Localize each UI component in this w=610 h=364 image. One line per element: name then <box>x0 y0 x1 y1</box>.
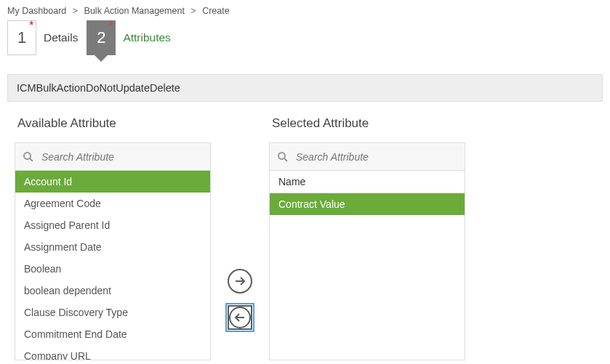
required-asterisk-icon: * <box>30 19 33 31</box>
search-icon <box>23 151 34 163</box>
arrow-left-icon <box>233 311 246 324</box>
svg-line-1 <box>30 158 33 161</box>
list-item[interactable]: Assignment Date <box>15 236 210 258</box>
wizard-steps: 1 * Details 2 * Attributes <box>0 20 610 65</box>
page-title: ICMBulkActionDoNotUpdateDelete <box>17 82 180 94</box>
wizard-step-number: 1 * <box>7 20 36 55</box>
wizard-step-label: Attributes <box>116 31 179 44</box>
selected-list-header: Name <box>270 171 465 193</box>
list-item[interactable]: Assigned Parent Id <box>15 214 210 236</box>
page-title-bar: ICMBulkActionDoNotUpdateDelete <box>7 74 603 102</box>
list-item[interactable]: Account Id <box>15 171 210 193</box>
breadcrumb: My Dashboard > Bulk Action Management > … <box>0 0 610 20</box>
svg-point-4 <box>278 153 285 159</box>
move-left-button[interactable] <box>228 305 252 330</box>
attribute-panels: Available Attribute Account Id Agreement… <box>0 102 610 360</box>
selected-search-wrap <box>269 142 465 170</box>
selected-attribute-panel: Selected Attribute Name Contract Value <box>269 116 465 360</box>
available-panel-title: Available Attribute <box>17 116 211 131</box>
wizard-step-details[interactable]: 1 * Details <box>7 20 87 55</box>
selected-panel-title: Selected Attribute <box>272 116 465 131</box>
chevron-down-icon <box>94 54 108 62</box>
available-attribute-panel: Available Attribute Account Id Agreement… <box>15 116 211 360</box>
wizard-step-label: Details <box>36 31 87 44</box>
breadcrumb-item-dashboard[interactable]: My Dashboard <box>7 6 66 16</box>
breadcrumb-separator: > <box>73 6 78 16</box>
move-right-button[interactable] <box>228 269 252 294</box>
list-item[interactable]: boolean dependent <box>15 280 210 302</box>
svg-line-5 <box>284 158 287 161</box>
breadcrumb-item-bulk-action[interactable]: Bulk Action Management <box>84 6 185 16</box>
list-item[interactable]: Clause Discovery Type <box>15 302 210 323</box>
available-search-input[interactable] <box>40 150 203 163</box>
list-item[interactable]: Contract Value <box>270 193 465 215</box>
search-icon <box>277 151 289 163</box>
transfer-controls <box>211 116 269 330</box>
list-item[interactable]: Agreement Code <box>15 193 210 214</box>
list-item[interactable]: Company URL <box>15 345 210 360</box>
list-item[interactable]: Commitment End Date <box>15 323 210 345</box>
available-attribute-list[interactable]: Account Id Agreement Code Assigned Paren… <box>15 170 211 360</box>
breadcrumb-item-create: Create <box>202 6 230 16</box>
list-item[interactable]: Boolean <box>15 258 210 280</box>
available-search-wrap <box>15 142 211 170</box>
wizard-step-number: 2 * <box>87 20 116 55</box>
arrow-right-icon <box>233 275 246 288</box>
wizard-step-attributes[interactable]: 2 * Attributes <box>87 20 179 55</box>
wizard-step-number-text: 1 <box>17 28 26 47</box>
required-asterisk-icon: * <box>109 19 113 31</box>
breadcrumb-separator: > <box>190 6 196 16</box>
svg-point-0 <box>24 153 31 159</box>
selected-attribute-list[interactable]: Name Contract Value <box>269 170 465 360</box>
selected-search-input[interactable] <box>294 150 457 163</box>
wizard-step-number-text: 2 <box>97 28 105 47</box>
